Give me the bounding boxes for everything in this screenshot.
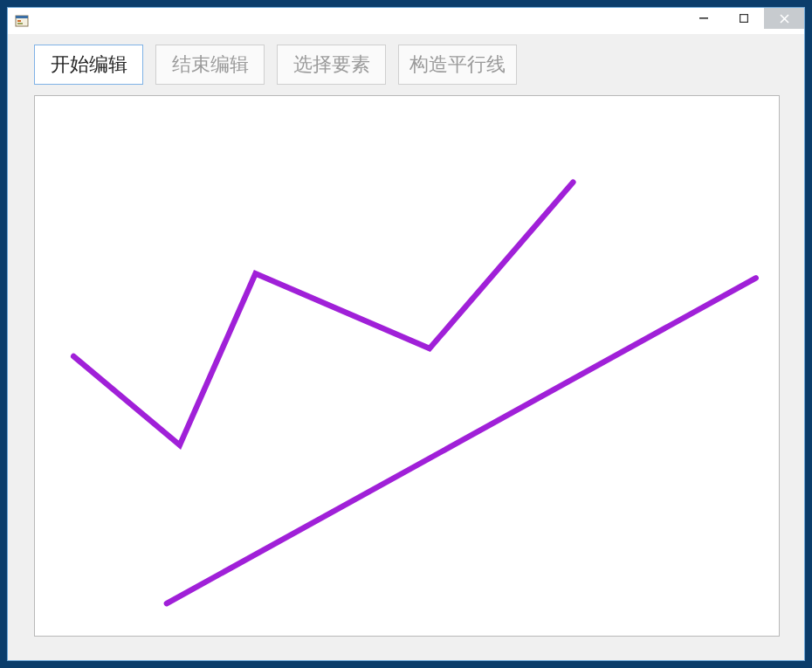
- polyline-feature[interactable]: [73, 182, 573, 445]
- svg-rect-5: [740, 15, 748, 23]
- client-area: 开始编辑 结束编辑 选择要素 构造平行线: [8, 34, 804, 660]
- outer-frame: 开始编辑 结束编辑 选择要素 构造平行线: [0, 0, 812, 668]
- window-controls: [684, 8, 804, 29]
- line-feature[interactable]: [167, 278, 756, 603]
- maximize-button[interactable]: [724, 8, 764, 29]
- start-edit-button[interactable]: 开始编辑: [34, 45, 143, 85]
- select-feature-button[interactable]: 选择要素: [277, 45, 386, 85]
- toolbar: 开始编辑 结束编辑 选择要素 构造平行线: [8, 34, 804, 85]
- svg-rect-1: [16, 16, 28, 18]
- svg-rect-3: [17, 23, 23, 24]
- app-window: 开始编辑 结束编辑 选择要素 构造平行线: [7, 7, 805, 661]
- drawing-canvas[interactable]: [34, 95, 780, 637]
- end-edit-button[interactable]: 结束编辑: [155, 45, 265, 85]
- button-label: 结束编辑: [172, 52, 249, 78]
- canvas-svg: [35, 96, 779, 636]
- button-label: 选择要素: [293, 52, 370, 78]
- svg-rect-2: [17, 20, 21, 22]
- construct-parallel-button[interactable]: 构造平行线: [398, 45, 517, 85]
- button-label: 开始编辑: [51, 52, 127, 78]
- app-icon: [15, 14, 29, 28]
- titlebar[interactable]: [8, 8, 804, 35]
- window-title: [34, 15, 43, 27]
- button-label: 构造平行线: [409, 52, 506, 78]
- svg-rect-4: [699, 17, 708, 19]
- close-button[interactable]: [764, 8, 804, 29]
- minimize-button[interactable]: [684, 8, 724, 29]
